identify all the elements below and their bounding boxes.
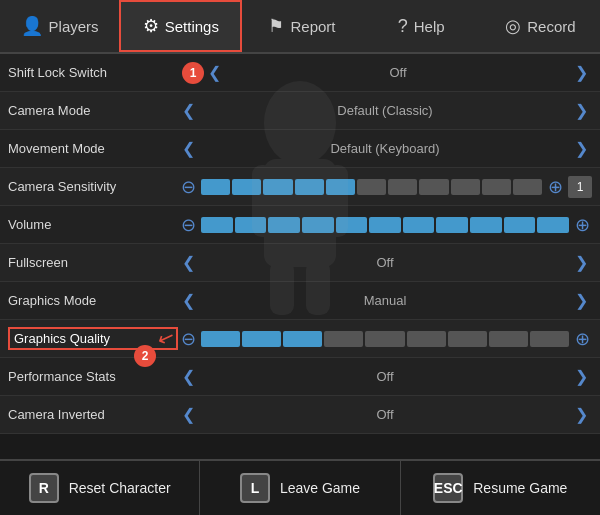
slider-plus-graphics-quality[interactable]: ⊕	[572, 328, 592, 350]
bottom-btn-leave[interactable]: LLeave Game	[200, 461, 400, 515]
slider-plus-volume[interactable]: ⊕	[572, 214, 592, 236]
slider-block-10[interactable]	[513, 179, 542, 195]
setting-label-camera-mode: Camera Mode	[8, 103, 178, 118]
bottom-bar: RReset CharacterLLeave GameESCResume Gam…	[0, 459, 600, 515]
arrow-left-movement-mode[interactable]: ❮	[178, 139, 199, 158]
arrow-left-graphics-mode[interactable]: ❮	[178, 291, 199, 310]
slider-plus-camera-sensitivity[interactable]: ⊕	[545, 176, 565, 198]
arrow-left-camera-mode[interactable]: ❮	[178, 101, 199, 120]
slider-block-8[interactable]	[530, 331, 569, 347]
nav-item-help[interactable]: ?Help	[362, 0, 481, 52]
setting-row-fullscreen: Fullscreen❮Off❯	[0, 244, 600, 282]
slider-block-3[interactable]	[295, 179, 324, 195]
slider-block-10[interactable]	[537, 217, 569, 233]
arrow-right-graphics-mode[interactable]: ❯	[571, 291, 592, 310]
slider-block-5[interactable]	[407, 331, 446, 347]
slider-minus-camera-sensitivity[interactable]: ⊖	[178, 176, 198, 198]
slider-blocks-graphics-quality[interactable]	[201, 331, 569, 347]
setting-label-shift-lock: Shift Lock Switch	[8, 65, 178, 80]
slider-block-4[interactable]	[336, 217, 368, 233]
setting-value-camera-inverted: Off	[203, 407, 567, 422]
setting-value-camera-mode: Default (Classic)	[203, 103, 567, 118]
key-badge-resume: ESC	[433, 473, 463, 503]
slider-block-2[interactable]	[268, 217, 300, 233]
report-label: Report	[290, 18, 335, 35]
help-label: Help	[414, 18, 445, 35]
slider-block-6[interactable]	[403, 217, 435, 233]
slider-block-0[interactable]	[201, 179, 230, 195]
nav-item-settings[interactable]: ⚙Settings	[119, 0, 242, 52]
setting-value-graphics-mode: Manual	[203, 293, 567, 308]
slider-container-graphics-quality: ⊖⊕	[178, 328, 592, 350]
setting-control-camera-mode: ❮Default (Classic)❯	[178, 101, 592, 120]
slider-blocks-volume[interactable]	[201, 217, 569, 233]
slider-container-camera-sensitivity: ⊖⊕1	[178, 176, 592, 198]
setting-row-camera-mode: Camera Mode❮Default (Classic)❯	[0, 92, 600, 130]
annotation-1: 1	[182, 62, 204, 84]
setting-control-camera-inverted: ❮Off❯	[178, 405, 592, 424]
slider-block-9[interactable]	[482, 179, 511, 195]
record-label: Record	[527, 18, 575, 35]
bottom-btn-resume[interactable]: ESCResume Game	[401, 461, 600, 515]
arrow-right-shift-lock[interactable]: ❯	[571, 63, 592, 82]
help-icon: ?	[398, 16, 408, 37]
slider-block-4[interactable]	[326, 179, 355, 195]
slider-block-6[interactable]	[448, 331, 487, 347]
slider-minus-volume[interactable]: ⊖	[178, 214, 198, 236]
setting-label-graphics-mode: Graphics Mode	[8, 293, 178, 308]
slider-block-3[interactable]	[324, 331, 363, 347]
slider-block-1[interactable]	[235, 217, 267, 233]
arrow-right-fullscreen[interactable]: ❯	[571, 253, 592, 272]
bottom-btn-label-resume: Resume Game	[473, 480, 567, 496]
setting-value-performance-stats: Off	[203, 369, 567, 384]
slider-block-0[interactable]	[201, 331, 240, 347]
record-icon: ◎	[505, 15, 521, 37]
setting-label-graphics-quality: Graphics Quality	[8, 327, 178, 350]
setting-row-shift-lock: Shift Lock Switch1❮Off❯	[0, 54, 600, 92]
setting-control-graphics-mode: ❮Manual❯	[178, 291, 592, 310]
setting-label-performance-stats: Performance Stats	[8, 369, 178, 384]
arrow-left-fullscreen[interactable]: ❮	[178, 253, 199, 272]
slider-block-9[interactable]	[504, 217, 536, 233]
slider-block-7[interactable]	[419, 179, 448, 195]
slider-block-2[interactable]	[283, 331, 322, 347]
players-icon: 👤	[21, 15, 43, 37]
arrow-right-performance-stats[interactable]: ❯	[571, 367, 592, 386]
arrow-left-camera-inverted[interactable]: ❮	[178, 405, 199, 424]
slider-minus-graphics-quality[interactable]: ⊖	[178, 328, 198, 350]
bottom-btn-reset[interactable]: RReset Character	[0, 461, 200, 515]
slider-block-7[interactable]	[489, 331, 528, 347]
nav-item-players[interactable]: 👤Players	[0, 0, 119, 52]
slider-block-4[interactable]	[365, 331, 404, 347]
arrow-right-movement-mode[interactable]: ❯	[571, 139, 592, 158]
slider-block-2[interactable]	[263, 179, 292, 195]
setting-row-volume: Volume⊖⊕	[0, 206, 600, 244]
slider-block-5[interactable]	[357, 179, 386, 195]
nav-item-record[interactable]: ◎Record	[481, 0, 600, 52]
slider-block-8[interactable]	[451, 179, 480, 195]
slider-block-8[interactable]	[470, 217, 502, 233]
slider-block-6[interactable]	[388, 179, 417, 195]
slider-block-0[interactable]	[201, 217, 233, 233]
setting-control-camera-sensitivity: ⊖⊕1	[178, 176, 592, 198]
arrow-right-camera-mode[interactable]: ❯	[571, 101, 592, 120]
slider-block-5[interactable]	[369, 217, 401, 233]
setting-row-graphics-mode: Graphics Mode❮Manual❯	[0, 282, 600, 320]
arrow-left-performance-stats[interactable]: ❮	[178, 367, 199, 386]
setting-row-camera-sensitivity: Camera Sensitivity⊖⊕1	[0, 168, 600, 206]
slider-block-1[interactable]	[242, 331, 281, 347]
arrow-left-shift-lock[interactable]: ❮	[204, 63, 225, 82]
setting-value-shift-lock: Off	[229, 65, 567, 80]
setting-label-volume: Volume	[8, 217, 178, 232]
slider-container-volume: ⊖⊕	[178, 214, 592, 236]
setting-control-volume: ⊖⊕	[178, 214, 592, 236]
setting-control-fullscreen: ❮Off❯	[178, 253, 592, 272]
slider-block-3[interactable]	[302, 217, 334, 233]
slider-block-1[interactable]	[232, 179, 261, 195]
slider-blocks-camera-sensitivity[interactable]	[201, 179, 542, 195]
arrow-right-camera-inverted[interactable]: ❯	[571, 405, 592, 424]
slider-block-7[interactable]	[436, 217, 468, 233]
nav-item-report[interactable]: ⚑Report	[242, 0, 361, 52]
players-label: Players	[49, 18, 99, 35]
setting-label-camera-inverted: Camera Inverted	[8, 407, 178, 422]
